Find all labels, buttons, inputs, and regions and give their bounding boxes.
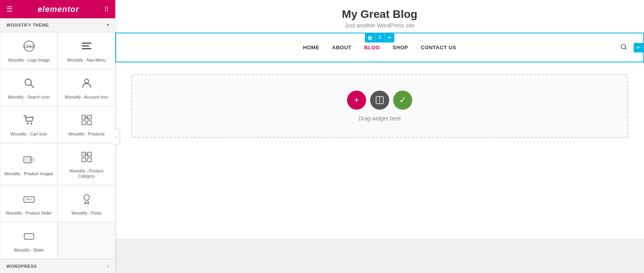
wordpress-section-arrow: ›	[107, 263, 109, 269]
section-toolbar: ▦ ⠿ ✕	[365, 33, 394, 43]
svg-text:LOGO: LOGO	[23, 45, 34, 48]
elementor-logo: elementor	[38, 5, 80, 14]
widget-product-images-icon	[23, 153, 35, 168]
site-tagline: Just another WordPress site	[115, 22, 644, 29]
widget-logo-image-icon: LOGO	[23, 40, 35, 54]
nav-item-shop[interactable]: SHOP	[393, 45, 408, 50]
svg-rect-3	[82, 45, 89, 46]
widget-account-icon-icon	[80, 77, 93, 91]
widget-product-slider-label: Woostify - Product Slider	[6, 211, 52, 216]
drag-widget-text: Drag widget here	[359, 115, 401, 122]
svg-point-10	[31, 123, 32, 124]
widget-products-icon: Woo	[80, 114, 93, 128]
section-move-btn[interactable]: ⠿	[375, 33, 385, 43]
wordpress-section[interactable]: WORDPRESS ›	[0, 259, 115, 273]
widget-nav-menu[interactable]: Woostify - Nav Menu	[58, 32, 115, 69]
widget-products-label: Woostify - Products	[68, 132, 105, 137]
canvas: My Great Blog Just another WordPress sit…	[115, 0, 644, 238]
widget-product-slider-icon: Woo	[23, 193, 35, 207]
sidebar-collapse-handle[interactable]: ‹	[113, 129, 120, 145]
svg-rect-14	[87, 121, 91, 125]
svg-text:Woo: Woo	[26, 198, 31, 201]
widgets-grid: LOGO Woostify - Logo Image Woostify - Na…	[0, 32, 115, 259]
wordpress-section-label: WORDPRESS	[6, 264, 37, 269]
widget-product-category[interactable]: Woo Woostify - Product Category	[58, 143, 115, 186]
widget-slider[interactable]: Woostify - Slider	[0, 222, 58, 259]
main-canvas-area: My Great Blog Just another WordPress sit…	[115, 0, 644, 273]
svg-rect-17	[27, 158, 30, 161]
nav-section[interactable]: ▦ ⠿ ✕ ▦ HOME ABOUT BLOG SHOP CONTACT US	[115, 33, 644, 62]
svg-text:Woo: Woo	[83, 153, 89, 156]
widget-slider-icon	[23, 230, 35, 244]
site-branding: My Great Blog Just another WordPress sit…	[115, 0, 644, 33]
sidebar-header: ☰ elementor ⠿	[0, 0, 115, 18]
grid-icon[interactable]: ⠿	[104, 6, 109, 13]
widget-product-slider[interactable]: Woo Woostify - Product Slider	[0, 185, 58, 222]
widget-search-icon-icon	[23, 77, 35, 91]
widget-nav-menu-icon	[80, 40, 93, 54]
drop-area-section[interactable]: + ✓ Drag widget here	[131, 74, 628, 138]
nav-item-contact[interactable]: CONTACT US	[421, 45, 456, 50]
svg-rect-13	[82, 121, 86, 125]
widget-product-category-icon: Woo	[80, 151, 93, 165]
widget-cart-icon-icon	[23, 114, 35, 128]
widget-search-icon-label: Woostify - Search Icon	[8, 95, 50, 100]
svg-line-31	[625, 48, 627, 50]
theme-section-chevron: ▾	[107, 22, 109, 28]
add-widget-button[interactable]: +	[347, 91, 366, 110]
section-handle-btn[interactable]: ▦	[365, 33, 375, 43]
svg-text:Woo: Woo	[83, 116, 89, 119]
add-section-button[interactable]	[370, 91, 389, 110]
svg-point-9	[27, 123, 29, 124]
nav-item-blog[interactable]: BLOG	[364, 45, 380, 50]
svg-rect-22	[82, 158, 86, 162]
widget-product-images[interactable]: Woostify - Product Images	[0, 143, 58, 186]
confirm-button[interactable]: ✓	[393, 91, 412, 110]
svg-line-7	[31, 85, 33, 87]
widget-logo-image-label: Woostify - Logo Image	[8, 58, 50, 63]
widget-product-images-label: Woostify - Product Images	[4, 171, 53, 177]
widget-posts-label: Woostify - Posts	[72, 211, 102, 216]
nav-search-icon[interactable]	[620, 43, 627, 52]
canvas-scroll[interactable]: My Great Blog Just another WordPress sit…	[115, 0, 644, 273]
sidebar: ☰ elementor ⠿ WOOSTIFY THEME ▾ LOGO Woos…	[0, 0, 115, 273]
widget-account-icon[interactable]: Woostify - Account Icon	[58, 69, 115, 106]
widget-logo-image[interactable]: LOGO Woostify - Logo Image	[0, 32, 58, 69]
svg-point-27	[84, 195, 89, 200]
section-close-btn[interactable]: ✕	[385, 33, 394, 43]
widget-posts[interactable]: Woostify - Posts	[58, 185, 115, 222]
widget-nav-menu-label: Woostify - Nav Menu	[67, 58, 106, 63]
widget-cart-icon[interactable]: Woostify - Cart Icon	[0, 106, 58, 143]
theme-section-title[interactable]: WOOSTIFY THEME ▾	[0, 18, 115, 32]
svg-rect-23	[87, 158, 91, 162]
widget-cart-icon-label: Woostify - Cart Icon	[11, 132, 47, 137]
widget-posts-icon	[80, 193, 93, 207]
nav-item-about[interactable]: ABOUT	[332, 45, 351, 50]
widget-product-category-label: Woostify - Product Category	[62, 168, 111, 179]
svg-point-8	[85, 79, 89, 83]
widget-products[interactable]: Woo Woostify - Products	[58, 106, 115, 143]
widget-search-icon[interactable]: Woostify - Search Icon	[0, 69, 58, 106]
theme-section-label: WOOSTIFY THEME	[6, 23, 49, 27]
svg-rect-18	[31, 157, 34, 159]
site-title: My Great Blog	[115, 8, 644, 21]
svg-rect-4	[82, 48, 91, 49]
widget-account-icon-label: Woostify - Account Icon	[65, 95, 109, 100]
widget-empty	[58, 222, 115, 259]
svg-rect-19	[31, 160, 34, 162]
drop-area-buttons: + ✓	[347, 91, 412, 110]
widget-slider-label: Woostify - Slider	[14, 248, 44, 253]
hamburger-icon[interactable]: ☰	[6, 5, 13, 14]
section-right-handle[interactable]: ✏	[634, 43, 643, 52]
nav-item-home[interactable]: HOME	[303, 45, 319, 50]
